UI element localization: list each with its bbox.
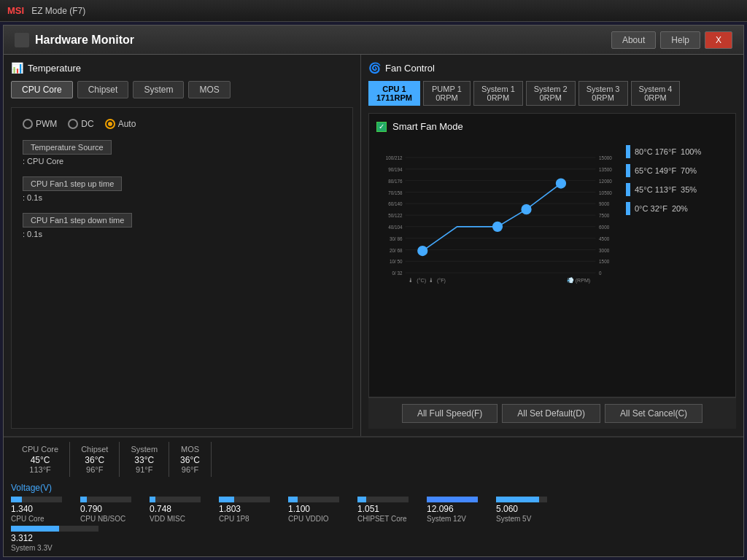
dc-radio[interactable]: DC	[68, 119, 93, 129]
voltage-cpu-core: 1.340 CPU Core	[11, 497, 69, 523]
voltage-name-chipset: CHIPSET Core	[357, 515, 407, 523]
svg-text:(°F): (°F)	[437, 278, 446, 284]
auto-radio[interactable]: Auto	[105, 119, 136, 129]
fan-tab-cpu1-rpm: 1711RPM	[376, 93, 412, 102]
voltage-name-vddio: CPU VDDIO	[288, 515, 329, 523]
voltage-cpu-vddio: 1.100 CPU VDDIO	[288, 497, 347, 523]
content-area: 📊 Temperature CPU Core Chipset System MO…	[4, 55, 743, 436]
temp-source-buttons: CPU Core Chipset System MOS	[11, 81, 353, 98]
svg-text:100/212: 100/212	[386, 155, 403, 160]
voltage-bar-cpu	[11, 497, 22, 502]
temp-chipset-c: 36°C	[81, 455, 108, 465]
fan-tab-pump1-label: PUMP 1	[431, 85, 462, 93]
help-button[interactable]: Help	[660, 31, 700, 49]
voltage-system-5v: 5.060 System 5V	[496, 497, 554, 523]
temp-val-3: 45°C 113°F	[635, 185, 676, 194]
svg-text:15000: 15000	[599, 155, 612, 160]
voltage-value-3v3: 3.312	[11, 533, 33, 543]
temp-cpu-c: 45°C	[22, 455, 58, 465]
fan-tab-sys2[interactable]: System 2 0RPM	[526, 81, 576, 106]
smart-fan-header: ✓ Smart Fan Mode	[376, 121, 728, 132]
svg-text:(RPM): (RPM)	[576, 278, 591, 284]
temp-speed-row-2[interactable]: 65°C 149°F 70%	[626, 164, 728, 177]
voltage-name-1p8: CPU 1P8	[219, 515, 249, 523]
svg-text:30/ 86: 30/ 86	[390, 236, 403, 241]
temp-mos-f: 96°F	[180, 465, 200, 474]
svg-text:60/140: 60/140	[388, 201, 403, 206]
voltage-value-12v: 12.096	[427, 504, 454, 514]
temperature-title: Temperature	[28, 63, 81, 74]
voltage-bar-container-vdd	[150, 497, 201, 502]
pct-val-2: 70%	[681, 166, 697, 175]
temp-chipset-label: Chipset	[81, 445, 108, 454]
voltage-bar-container-5v	[496, 497, 547, 502]
temp-source-section: Temperature Source : CPU Core	[23, 140, 341, 166]
temp-val-4: 0°C 32°F	[635, 204, 667, 213]
smart-fan-checkbox[interactable]: ✓	[376, 122, 387, 132]
fan-tab-pump1[interactable]: PUMP 1 0RPM	[423, 81, 471, 106]
voltage-value-vddio: 1.100	[288, 504, 310, 514]
voltage-system-12v: 12.096 System 12V	[427, 497, 485, 523]
action-buttons: All Full Speed(F) All Set Default(D) All…	[368, 397, 736, 429]
step-down-label[interactable]: CPU Fan1 step down time	[23, 213, 132, 228]
fan-tab-cpu1[interactable]: CPU 1 1711RPM	[368, 81, 420, 106]
temp-readings: CPU Core 45°C 113°F Chipset 36°C 96°F Sy…	[11, 442, 736, 477]
temp-chipset-btn[interactable]: Chipset	[77, 81, 129, 98]
fan-curve-chart[interactable]: 100/212 90/194 80/176 70/158 60/140 50/1…	[376, 138, 619, 300]
voltage-name-3v3: System 3.3V	[11, 544, 53, 552]
smart-fan-title: Smart Fan Mode	[392, 121, 463, 132]
fan-tab-sys2-rpm: 0RPM	[534, 93, 568, 102]
temperature-panel: 📊 Temperature CPU Core Chipset System MO…	[4, 55, 361, 436]
voltage-name-5v: System 5V	[496, 515, 531, 523]
voltage-bar-container-cpu	[11, 497, 62, 502]
svg-text:🌡: 🌡	[408, 277, 414, 284]
chart-area: 100/212 90/194 80/176 70/158 60/140 50/1…	[376, 138, 728, 300]
svg-text:13500: 13500	[599, 167, 612, 172]
temp-mos-btn[interactable]: MOS	[188, 81, 230, 98]
voltage-name-vdd: VDD MISC	[150, 515, 185, 523]
fan-tab-sys4[interactable]: System 4 0RPM	[631, 81, 681, 106]
temp-cpu-core-btn[interactable]: CPU Core	[11, 81, 73, 98]
voltage-name-12v: System 12V	[427, 515, 466, 523]
svg-text:7500: 7500	[599, 213, 610, 218]
svg-point-33	[418, 246, 427, 256]
voltage-bar-container-12v	[427, 497, 478, 502]
temp-speed-row-3[interactable]: 45°C 113°F 35%	[626, 183, 728, 196]
voltage-bar-container-chipset	[357, 497, 409, 502]
temp-speed-row-1[interactable]: 80°C 176°F 100%	[626, 145, 728, 158]
temp-source-label[interactable]: Temperature Source	[23, 140, 112, 155]
about-button[interactable]: About	[611, 31, 656, 49]
voltage-cpu-1p8: 1.803 CPU 1P8	[219, 497, 277, 523]
temp-system-btn[interactable]: System	[133, 81, 184, 98]
close-button[interactable]: X	[705, 31, 732, 49]
svg-point-36	[557, 179, 566, 188]
voltage-value-cpu: 1.340	[11, 504, 33, 514]
fan-control-title: Fan Control	[385, 63, 435, 74]
voltage-value-nb: 0.790	[80, 504, 102, 514]
fan-tab-sys3-label: System 3	[587, 85, 620, 93]
pct-val-1: 100%	[681, 147, 701, 156]
dc-label: DC	[81, 119, 93, 129]
pwm-radio[interactable]: PWM	[23, 119, 57, 129]
all-set-cancel-btn[interactable]: All Set Cancel(C)	[605, 404, 703, 423]
voltage-name-cpu: CPU Core	[11, 515, 44, 523]
voltage-bar-nb	[80, 497, 87, 502]
temp-speed-row-4[interactable]: 0°C 32°F 20%	[626, 202, 728, 215]
all-set-default-btn[interactable]: All Set Default(D)	[502, 404, 600, 423]
fan-mode-radio-group: PWM DC Auto	[23, 119, 341, 129]
title-bar-buttons: About Help X	[611, 31, 732, 49]
fan-control-panel: 🌀 Fan Control CPU 1 1711RPM PUMP 1 0RPM …	[361, 55, 743, 436]
step-up-label[interactable]: CPU Fan1 step up time	[23, 176, 122, 191]
temp-speed-settings: 80°C 176°F 100% 65°C 149°F 70% 45°C 113°…	[626, 138, 728, 300]
status-bar: CPU Core 45°C 113°F Chipset 36°C 96°F Sy…	[4, 436, 743, 556]
all-full-speed-btn[interactable]: All Full Speed(F)	[402, 404, 498, 423]
temp-val-2: 65°C 149°F	[635, 166, 676, 175]
dc-radio-circle	[68, 119, 78, 129]
fan-tab-sys3[interactable]: System 3 0RPM	[578, 81, 628, 106]
voltage-chipset-core: 1.051 CHIPSET Core	[357, 497, 416, 523]
fan-tab-sys1-rpm: 0RPM	[481, 93, 515, 102]
fan-tab-sys1[interactable]: System 1 0RPM	[473, 81, 523, 106]
voltage-bar-container-vddio	[288, 497, 339, 502]
voltage-bar-12v	[427, 497, 478, 502]
temp-chipset-f: 96°F	[81, 465, 108, 474]
